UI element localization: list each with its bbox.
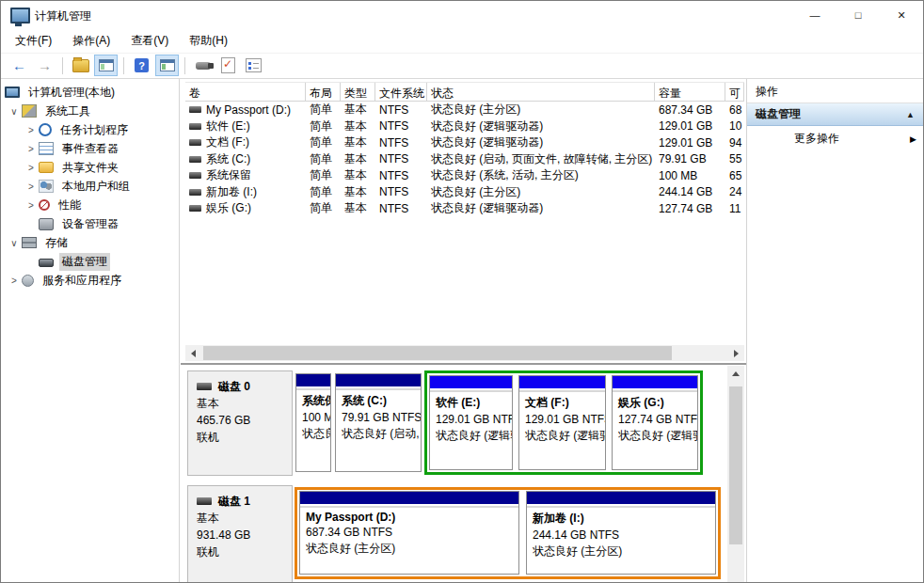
disk-icon — [197, 497, 212, 505]
volume-icon — [189, 123, 201, 130]
scroll-right-arrow[interactable] — [728, 345, 744, 361]
check-document-icon — [221, 57, 235, 73]
left-arrow-icon — [191, 350, 196, 357]
volume-row-entertainment-g[interactable]: 娱乐 (G:) 简单 基本 NTFS 状态良好 (逻辑驱动器) 127.74 G… — [185, 200, 744, 217]
column-header-free[interactable]: 可 — [725, 83, 744, 101]
forward-button[interactable]: → — [33, 55, 56, 76]
menu-file[interactable]: 文件(F) — [5, 30, 62, 52]
properties-button[interactable] — [242, 55, 265, 76]
minimize-button[interactable]: — — [793, 1, 836, 29]
tree-item-shared-folders[interactable]: > 共享文件夹 — [1, 158, 179, 177]
rescan-disks-button[interactable] — [191, 55, 215, 76]
chevron-down-icon[interactable]: ∨ — [7, 106, 22, 117]
tree-item-device-manager[interactable]: 设备管理器 — [1, 214, 179, 233]
menu-bar: 文件(F) 操作(A) 查看(V) 帮助(H) — [1, 29, 923, 54]
tools-icon — [22, 104, 37, 118]
toolbar-separator — [184, 57, 185, 74]
chevron-right-icon[interactable]: > — [24, 144, 39, 154]
partition-system-reserved[interactable]: 系统保留 100 MB 状态良好 (系统, 活动, 主分区) — [295, 373, 331, 472]
column-header-type[interactable]: 类型 — [341, 83, 375, 101]
partition-entertainment-g[interactable]: 娱乐 (G:) 127.74 GB NTFS 状态良好 (逻辑驱动器) — [612, 375, 698, 470]
tree-item-performance[interactable]: > 性能 — [1, 196, 179, 214]
partition-new-volume-i[interactable]: 新加卷 (I:) 244.14 GB NTFS 状态良好 (主分区) — [526, 491, 716, 575]
chevron-right-icon[interactable]: > — [24, 200, 39, 211]
volume-list-header: 卷 布局 类型 文件系统 状态 容量 可 — [185, 82, 744, 102]
tree-item-system-tools[interactable]: ∨ 系统工具 — [1, 102, 179, 120]
disk-type: 基本 — [197, 395, 283, 412]
column-header-capacity[interactable]: 容量 — [655, 83, 725, 101]
partition-documents-f[interactable]: 文档 (F:) 129.01 GB NTFS 状态良好 (逻辑驱动器) — [518, 375, 606, 470]
menu-action[interactable]: 操作(A) — [62, 30, 120, 52]
menu-view[interactable]: 查看(V) — [120, 30, 179, 52]
column-header-status[interactable]: 状态 — [427, 83, 655, 101]
title-bar: 计算机管理 — □ ✕ — [1, 1, 923, 29]
tree-item-services-applications[interactable]: > 服务和应用程序 — [1, 271, 179, 290]
volume-row-software-e[interactable]: 软件 (E:) 简单 基本 NTFS 状态良好 (逻辑驱动器) 129.01 G… — [185, 118, 744, 135]
computer-icon — [5, 87, 20, 98]
toolbar-separator — [123, 57, 124, 74]
up-level-button[interactable] — [69, 55, 92, 76]
tree-item-task-scheduler[interactable]: > 任务计划程序 — [1, 120, 179, 139]
partition-system-c[interactable]: 系统 (C:) 79.91 GB NTFS 状态良好 (启动, 页面文件, 故障… — [335, 373, 422, 472]
chevron-right-icon[interactable]: > — [7, 276, 22, 286]
column-header-volume[interactable]: 卷 — [185, 83, 306, 101]
column-header-filesystem[interactable]: 文件系统 — [375, 83, 427, 101]
check-volume-button[interactable] — [216, 55, 240, 76]
scroll-left-arrow[interactable] — [185, 345, 201, 361]
tree-item-local-users-groups[interactable]: > 本地用户和组 — [1, 177, 179, 196]
volume-icon — [189, 139, 201, 146]
folder-icon — [72, 59, 89, 72]
volume-icon — [189, 106, 201, 113]
help-icon: ? — [135, 58, 149, 72]
chevron-right-icon[interactable]: > — [24, 125, 39, 135]
disk-management-section-header[interactable]: 磁盘管理 ▲ — [747, 103, 923, 126]
volume-row-new-volume-i[interactable]: 新加卷 (I:) 简单 基本 NTFS 状态良好 (主分区) 244.14 GB… — [185, 184, 744, 201]
primary-partition-stripe — [300, 492, 518, 506]
tree-item-computer-management[interactable]: 计算机管理(本地) — [1, 83, 179, 102]
chevron-right-icon[interactable]: > — [24, 163, 39, 173]
collapse-icon[interactable]: ▲ — [906, 104, 915, 126]
menu-help[interactable]: 帮助(H) — [179, 30, 238, 52]
horizontal-scrollbar[interactable] — [185, 345, 744, 361]
disk-status: 联机 — [197, 429, 283, 446]
vertical-scrollbar[interactable] — [727, 366, 744, 582]
volume-row-my-passport[interactable]: My Passport (D:) 简单 基本 NTFS 状态良好 (主分区) 6… — [185, 102, 744, 118]
computer-management-window: 计算机管理 — □ ✕ 文件(F) 操作(A) 查看(V) 帮助(H) ← → … — [0, 0, 924, 583]
app-icon — [10, 8, 30, 24]
action-pane-toggle-button[interactable] — [155, 55, 179, 76]
scroll-up-arrow[interactable] — [727, 366, 744, 382]
event-log-icon — [39, 142, 54, 155]
volume-row-system-c[interactable]: 系统 (C:) 简单 基本 NTFS 状态良好 (启动, 页面文件, 故障转储,… — [185, 151, 744, 168]
partition-software-e[interactable]: 软件 (E:) 129.01 GB NTFS 状态良好 (逻辑驱动器) — [429, 375, 513, 470]
disk-size: 465.76 GB — [197, 412, 283, 429]
primary-partition-stripe — [296, 374, 330, 388]
volume-row-system-reserved[interactable]: 系统保留 简单 基本 NTFS 状态良好 (系统, 活动, 主分区) 100 M… — [185, 167, 744, 184]
logical-drive-stripe — [613, 376, 697, 390]
chevron-down-icon[interactable]: ∨ — [7, 238, 22, 248]
users-icon — [39, 180, 54, 193]
more-actions-item[interactable]: 更多操作 ▶ — [747, 126, 923, 150]
graphical-view: 磁盘 0 基本 465.76 GB 联机 系统保留 100 MB 状态良好 (系… — [181, 366, 746, 582]
performance-icon — [39, 199, 50, 211]
tree-item-event-viewer[interactable]: > 事件查看器 — [1, 139, 179, 158]
disk-status: 联机 — [197, 544, 283, 560]
selected-disk-group: My Passport (D:) 687.34 GB NTFS 状态良好 (主分… — [295, 487, 721, 579]
chevron-right-icon[interactable]: > — [24, 181, 39, 192]
disk-1-info[interactable]: 磁盘 1 基本 931.48 GB 联机 — [187, 485, 293, 582]
volume-row-documents-f[interactable]: 文档 (F:) 简单 基本 NTFS 状态良好 (逻辑驱动器) 129.01 G… — [185, 134, 744, 151]
console-tree-toggle-button[interactable] — [94, 55, 118, 76]
volume-icon — [189, 205, 201, 212]
vertical-scrollbar-thumb[interactable] — [729, 386, 742, 544]
column-header-layout[interactable]: 布局 — [306, 83, 341, 101]
maximize-button[interactable]: □ — [836, 1, 880, 29]
tree-item-storage[interactable]: ∨ 存储 — [1, 233, 179, 252]
disk-0-info[interactable]: 磁盘 0 基本 465.76 GB 联机 — [187, 370, 293, 476]
back-button[interactable]: ← — [8, 55, 31, 76]
partition-my-passport-d[interactable]: My Passport (D:) 687.34 GB NTFS 状态良好 (主分… — [299, 491, 519, 575]
close-button[interactable]: ✕ — [880, 1, 923, 29]
toolbar-separator — [62, 57, 63, 74]
tree-item-disk-management[interactable]: 磁盘管理 — [1, 252, 179, 271]
help-button[interactable]: ? — [130, 55, 153, 76]
toolbar: ← → ? — [1, 53, 923, 79]
horizontal-scrollbar-thumb[interactable] — [203, 346, 672, 360]
